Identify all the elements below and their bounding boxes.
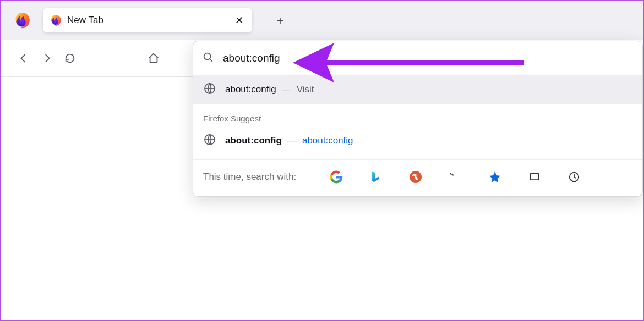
suggestion-main: about:config xyxy=(225,135,282,146)
svg-point-6 xyxy=(416,176,417,177)
urlbar-panel: about:config — Visit Firefox Suggest abo… xyxy=(193,41,643,197)
suggestion-separator: — xyxy=(287,135,297,146)
suggest-header: Firefox Suggest xyxy=(193,104,642,126)
address-input[interactable] xyxy=(223,52,634,64)
new-tab-button[interactable]: ＋ xyxy=(269,9,292,32)
search-engines-row: This time, search with: W xyxy=(193,160,642,196)
globe-icon xyxy=(203,133,216,149)
browser-tab[interactable]: New Tab ✕ xyxy=(43,8,252,32)
back-button[interactable] xyxy=(12,47,35,70)
tab-title: New Tab xyxy=(67,15,233,26)
home-button[interactable] xyxy=(142,47,165,70)
history-icon[interactable] xyxy=(567,170,581,184)
tab-strip: New Tab ✕ ＋ xyxy=(1,1,643,40)
suggestion-secondary: Visit xyxy=(297,84,314,95)
bing-icon[interactable] xyxy=(369,170,383,184)
firefox-logo-small xyxy=(1,12,43,29)
suggestion-fxsuggest[interactable]: about:config — about:config xyxy=(193,126,642,155)
close-tab-icon[interactable]: ✕ xyxy=(233,12,245,29)
wikipedia-icon[interactable]: W xyxy=(448,170,462,184)
reload-button[interactable] xyxy=(58,47,81,70)
suggestion-separator: — xyxy=(282,84,291,95)
tabs-icon[interactable] xyxy=(527,170,542,184)
engines-label: This time, search with: xyxy=(203,171,296,182)
bookmarks-icon[interactable] xyxy=(488,170,502,184)
svg-text:W: W xyxy=(450,171,455,177)
suggestion-secondary: about:config xyxy=(302,135,353,146)
globe-icon xyxy=(203,82,216,98)
duckduckgo-icon[interactable] xyxy=(408,170,423,184)
svg-rect-8 xyxy=(531,173,539,180)
suggestion-visit[interactable]: about:config — Visit xyxy=(193,75,642,104)
firefox-icon xyxy=(50,14,62,26)
urlbar-row xyxy=(193,41,642,75)
google-icon[interactable] xyxy=(329,170,343,184)
forward-button[interactable] xyxy=(35,47,58,70)
search-icon xyxy=(202,51,214,65)
suggestion-main: about:config xyxy=(225,84,276,95)
